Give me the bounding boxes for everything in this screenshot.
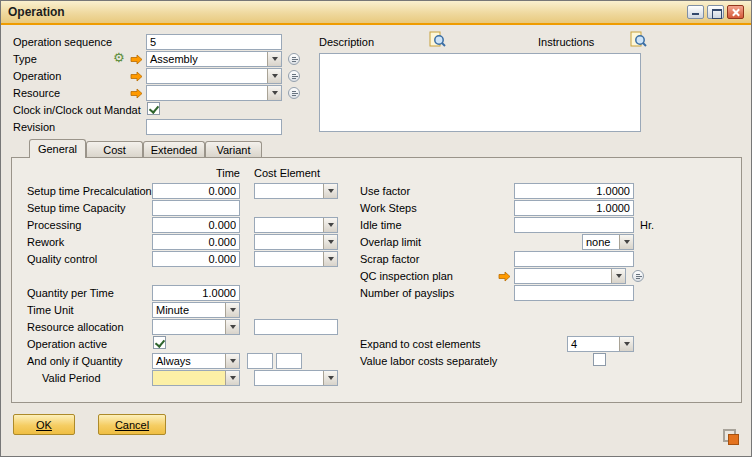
dropdown-arrow-icon[interactable] bbox=[611, 269, 625, 283]
operation-combo[interactable] bbox=[146, 68, 282, 84]
qc-inspection-plan-combo[interactable] bbox=[514, 268, 626, 284]
link-arrow-icon[interactable] bbox=[130, 88, 143, 99]
link-arrow-icon[interactable] bbox=[130, 54, 143, 65]
operation-active-checkbox[interactable] bbox=[153, 336, 166, 349]
setup-precalc-cost-combo[interactable] bbox=[254, 183, 338, 199]
type-label: Type bbox=[13, 53, 37, 66]
value-labor-costs-checkbox[interactable] bbox=[593, 353, 606, 366]
dropdown-arrow-icon[interactable] bbox=[323, 235, 337, 249]
quality-control-label: Quality control bbox=[27, 253, 97, 266]
quality-control-cost-value bbox=[255, 252, 323, 266]
description-label: Description bbox=[319, 36, 374, 49]
and-only-if-quantity-value: Always bbox=[153, 354, 225, 368]
dropdown-arrow-icon[interactable] bbox=[323, 252, 337, 266]
titlebar: Operation bbox=[1, 1, 751, 25]
expand-cost-elements-combo[interactable]: 4 bbox=[567, 336, 634, 352]
and-only-if-quantity-label: And only if Quantity bbox=[27, 355, 122, 368]
preview-magnifier-icon[interactable] bbox=[429, 31, 446, 48]
processing-cost-combo[interactable] bbox=[254, 217, 338, 233]
tab-general[interactable]: General bbox=[29, 139, 86, 158]
dropdown-arrow-icon[interactable] bbox=[619, 337, 633, 351]
rework-label: Rework bbox=[27, 236, 64, 249]
setup-capacity-time-input[interactable] bbox=[152, 200, 240, 216]
use-factor-input[interactable] bbox=[514, 183, 634, 199]
resource-label: Resource bbox=[13, 87, 60, 100]
maximize-button[interactable] bbox=[707, 5, 724, 19]
setup-precalc-cost-value bbox=[255, 184, 323, 198]
ok-button[interactable]: OK bbox=[13, 414, 75, 435]
revision-input[interactable] bbox=[146, 119, 282, 135]
quantity-to-input[interactable] bbox=[276, 353, 302, 369]
dropdown-arrow-icon[interactable] bbox=[267, 52, 281, 66]
dropdown-arrow-icon[interactable] bbox=[619, 235, 633, 249]
rework-time-input[interactable] bbox=[152, 234, 240, 250]
description-textarea[interactable] bbox=[319, 53, 641, 132]
idle-time-unit-label: Hr. bbox=[640, 219, 654, 232]
valid-period-combo[interactable] bbox=[152, 370, 240, 386]
tab-variant[interactable]: Variant bbox=[205, 141, 262, 158]
list-detail-icon[interactable] bbox=[632, 270, 644, 282]
dropdown-arrow-icon[interactable] bbox=[225, 320, 239, 334]
dropdown-arrow-icon[interactable] bbox=[267, 86, 281, 100]
link-arrow-icon[interactable] bbox=[498, 271, 511, 282]
list-detail-icon[interactable] bbox=[288, 87, 300, 99]
time-unit-combo[interactable]: Minute bbox=[152, 302, 240, 318]
resize-grip[interactable] bbox=[722, 428, 739, 445]
gear-icon[interactable]: ⚙ bbox=[113, 51, 125, 64]
revision-label: Revision bbox=[13, 121, 55, 134]
operation-sequence-input[interactable] bbox=[146, 34, 282, 50]
quantity-per-time-label: Quantity per Time bbox=[27, 287, 114, 300]
rework-cost-combo[interactable] bbox=[254, 234, 338, 250]
instructions-label: Instructions bbox=[538, 36, 594, 49]
valid-period-to-combo[interactable] bbox=[254, 370, 338, 386]
quantity-per-time-input[interactable] bbox=[152, 285, 240, 301]
scrap-factor-input[interactable] bbox=[514, 251, 634, 267]
rework-cost-value bbox=[255, 235, 323, 249]
and-only-if-quantity-combo[interactable]: Always bbox=[152, 353, 240, 369]
value-labor-costs-label: Value labor costs separately bbox=[360, 355, 497, 368]
operation-combo-value bbox=[147, 69, 267, 83]
resource-allocation-combo[interactable] bbox=[152, 319, 240, 335]
setup-precalc-label: Setup time Precalculation bbox=[27, 185, 152, 198]
operation-label: Operation bbox=[13, 70, 61, 83]
tab-cost[interactable]: Cost bbox=[86, 141, 143, 158]
dropdown-arrow-icon[interactable] bbox=[323, 371, 337, 385]
column-header-time: Time bbox=[152, 167, 240, 179]
dropdown-arrow-icon[interactable] bbox=[225, 371, 239, 385]
overlap-limit-combo[interactable]: none bbox=[582, 234, 634, 250]
setup-precalc-time-input[interactable] bbox=[152, 183, 240, 199]
qc-inspection-plan-label: QC inspection plan bbox=[360, 270, 453, 283]
number-of-payslips-input[interactable] bbox=[514, 285, 634, 301]
list-detail-icon[interactable] bbox=[288, 70, 300, 82]
resource-combo[interactable] bbox=[146, 85, 282, 101]
resource-allocation-label: Resource allocation bbox=[27, 321, 124, 334]
list-detail-icon[interactable] bbox=[288, 53, 300, 65]
dropdown-arrow-icon[interactable] bbox=[267, 69, 281, 83]
idle-time-input[interactable] bbox=[514, 217, 634, 233]
preview-magnifier-icon[interactable] bbox=[630, 31, 647, 48]
dropdown-arrow-icon[interactable] bbox=[323, 184, 337, 198]
number-of-payslips-label: Number of payslips bbox=[360, 287, 454, 300]
ok-button-label: OK bbox=[36, 419, 52, 431]
dropdown-arrow-icon[interactable] bbox=[225, 354, 239, 368]
processing-time-input[interactable] bbox=[152, 217, 240, 233]
quality-control-cost-combo[interactable] bbox=[254, 251, 338, 267]
link-arrow-icon[interactable] bbox=[130, 71, 143, 82]
cancel-button[interactable]: Cancel bbox=[98, 414, 166, 435]
qc-inspection-plan-value bbox=[515, 269, 611, 283]
minimize-button[interactable] bbox=[687, 5, 704, 19]
clock-mandatory-label: Clock in/Clock out Mandat bbox=[13, 104, 141, 117]
time-unit-label: Time Unit bbox=[27, 304, 74, 317]
clock-mandatory-checkbox[interactable] bbox=[147, 102, 160, 115]
dropdown-arrow-icon[interactable] bbox=[323, 218, 337, 232]
dropdown-arrow-icon[interactable] bbox=[225, 303, 239, 317]
type-combo[interactable]: Assembly bbox=[146, 51, 282, 67]
quality-control-time-input[interactable] bbox=[152, 251, 240, 267]
close-button[interactable] bbox=[727, 5, 744, 19]
resource-allocation-extra-input[interactable] bbox=[254, 319, 338, 335]
setup-capacity-label: Setup time Capacity bbox=[27, 202, 125, 215]
work-steps-input[interactable] bbox=[514, 200, 634, 216]
quantity-from-input[interactable] bbox=[247, 353, 273, 369]
tab-extended[interactable]: Extended bbox=[143, 141, 205, 158]
work-steps-label: Work Steps bbox=[360, 202, 417, 215]
